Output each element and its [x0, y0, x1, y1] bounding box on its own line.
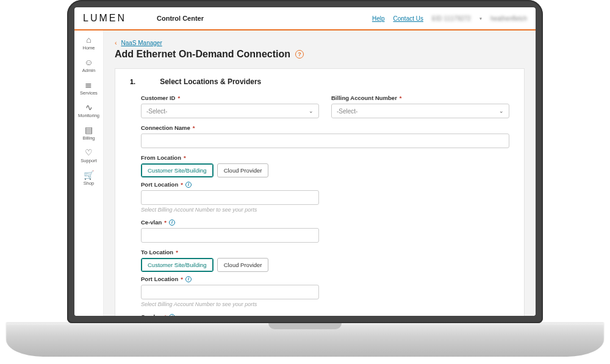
from-site-button[interactable]: Customer Site/Building [141, 163, 214, 177]
support-icon: ♡ [85, 148, 93, 157]
info-icon[interactable]: i [185, 182, 192, 188]
sidebar-item-label: Admin [82, 68, 95, 73]
user-name: heathenfletch [490, 15, 527, 22]
sidebar-item-home[interactable]: ⌂ Home [82, 35, 95, 51]
info-icon[interactable]: i [169, 219, 175, 226]
help-icon[interactable]: ? [295, 50, 304, 59]
admin-icon: ☺ [84, 58, 93, 66]
breadcrumb: ‹ NaaS Manager [115, 39, 525, 46]
to-port-location-input[interactable] [141, 285, 319, 299]
shop-icon: 🛒 [84, 171, 94, 179]
to-port-hint: Select Billing Account Number to see you… [141, 301, 319, 307]
sidebar-item-label: Monitoring [78, 113, 99, 118]
sidebar-item-admin[interactable]: ☺ Admin [82, 58, 95, 73]
sidebar-item-label: Support [81, 158, 96, 163]
billing-account-label: Billing Account Number* [331, 95, 509, 101]
services-icon: ≣ [85, 80, 92, 89]
form-card: 1. Select Locations & Providers Customer… [115, 68, 525, 316]
connection-name-label: Connection Name* [141, 124, 509, 131]
sidebar-item-services[interactable]: ≣ Services [80, 80, 98, 96]
contact-us-link[interactable]: Contact Us [393, 15, 423, 22]
customer-id-select[interactable]: -Select- ⌄ [141, 104, 319, 118]
app-name: Control Center [157, 15, 204, 22]
from-port-location-label: Port Location* i [141, 181, 319, 188]
sidebar-item-support[interactable]: ♡ Support [81, 148, 96, 163]
customer-id-label: Customer ID* [141, 95, 319, 101]
step-number: 1. [130, 78, 135, 85]
to-cloud-button[interactable]: Cloud Provider [217, 258, 269, 272]
chevron-down-icon: ⌄ [499, 108, 504, 114]
account-id: EID 11179272 [432, 15, 471, 22]
breadcrumb-link[interactable]: NaaS Manager [121, 40, 162, 46]
from-port-location-input[interactable] [141, 190, 319, 205]
to-location-label: To Location* [141, 249, 509, 255]
sidebar-item-label: Home [82, 45, 95, 51]
sidebar-item-label: Billing [82, 135, 95, 141]
from-ce-vlan-input[interactable] [141, 228, 319, 243]
home-icon: ⌂ [86, 35, 91, 44]
from-location-label: From Location* [141, 154, 509, 161]
connection-name-input[interactable] [141, 134, 509, 148]
from-cloud-button[interactable]: Cloud Provider [217, 163, 269, 177]
to-location-toggle: Customer Site/Building Cloud Provider [141, 258, 509, 272]
monitoring-icon: ∿ [85, 103, 93, 112]
sidebar-item-label: Shop [84, 180, 95, 186]
content: ‹ NaaS Manager Add Ethernet On-Demand Co… [104, 30, 536, 316]
sidebar-item-monitoring[interactable]: ∿ Monitoring [78, 103, 99, 118]
from-port-hint: Select Billing Account Number to see you… [141, 207, 319, 213]
chevron-down-icon[interactable]: ▾ [479, 16, 482, 21]
billing-icon: ▤ [85, 126, 93, 134]
to-site-button[interactable]: Customer Site/Building [141, 258, 214, 272]
brand-logo: LUMEN [83, 13, 126, 24]
sidebar: ⌂ Home ☺ Admin ≣ Services ∿ Monitoring [74, 30, 104, 316]
help-link[interactable]: Help [372, 15, 385, 22]
from-location-toggle: Customer Site/Building Cloud Provider [141, 163, 509, 177]
chevron-down-icon: ⌄ [309, 108, 314, 114]
info-icon[interactable]: i [169, 314, 175, 316]
chevron-left-icon: ‹ [115, 39, 117, 46]
billing-account-select[interactable]: -Select- ⌄ [331, 104, 509, 118]
info-icon[interactable]: i [185, 276, 192, 282]
to-ce-vlan-label: Ce-vlan* i [141, 313, 319, 316]
sidebar-item-billing[interactable]: ▤ Billing [82, 126, 95, 141]
sidebar-item-label: Services [80, 90, 98, 96]
sidebar-item-shop[interactable]: 🛒 Shop [84, 171, 95, 186]
step-title: Select Locations & Providers [160, 77, 261, 86]
to-port-location-label: Port Location* i [141, 276, 319, 282]
page-title: Add Ethernet On-Demand Connection ? [115, 49, 525, 60]
from-ce-vlan-label: Ce-vlan* i [141, 219, 319, 226]
top-header: LUMEN Control Center Help Contact Us EID… [74, 7, 536, 30]
